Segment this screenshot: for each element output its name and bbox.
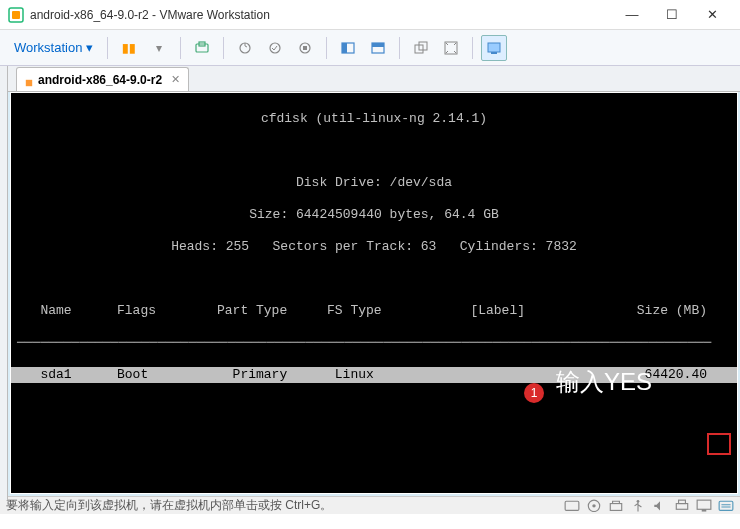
vm-tab-icon — [25, 76, 33, 84]
svg-rect-2 — [196, 44, 208, 52]
device-net-icon[interactable] — [608, 499, 624, 513]
svg-rect-27 — [719, 501, 733, 510]
vm-tabbar: android-x86_64-9.0-r2 ✕ — [0, 66, 740, 92]
left-sidebar-edge[interactable] — [0, 66, 8, 500]
svg-rect-7 — [303, 46, 307, 50]
toolbar-separator — [399, 37, 400, 59]
message-log-icon[interactable] — [718, 499, 734, 513]
device-cd-icon[interactable] — [586, 499, 602, 513]
device-display-icon[interactable] — [696, 499, 712, 513]
fit-window-button[interactable] — [365, 35, 391, 61]
cfdisk-title: cfdisk (util-linux-ng 2.14.1) — [11, 111, 737, 127]
fullscreen-button[interactable] — [438, 35, 464, 61]
main-toolbar: Workstation ▾ ▮▮ ▾ — [0, 30, 740, 66]
svg-rect-16 — [491, 52, 497, 54]
device-sound-icon[interactable] — [652, 499, 668, 513]
device-hdd-icon[interactable] — [564, 499, 580, 513]
dropdown-icon: ▾ — [86, 40, 93, 55]
vm-statusbar: 要将输入定向到该虚拟机，请在虚拟机内部单击或按 Ctrl+G。 — [0, 496, 740, 514]
toolbar-separator — [180, 37, 181, 59]
vm-tab-label: android-x86_64-9.0-r2 — [38, 73, 162, 87]
snapshot-button[interactable] — [232, 35, 258, 61]
disk-geometry-line: Heads: 255 Sectors per Track: 63 Cylinde… — [11, 239, 737, 255]
window-title: android-x86_64-9.0-r2 - VMware Workstati… — [30, 8, 612, 22]
statusbar-hint: 要将输入定向到该虚拟机，请在虚拟机内部单击或按 Ctrl+G。 — [6, 497, 332, 514]
unity-button[interactable] — [408, 35, 434, 61]
svg-rect-23 — [676, 503, 687, 509]
toolbar-separator — [107, 37, 108, 59]
svg-rect-25 — [697, 500, 711, 509]
disk-size-line: Size: 64424509440 bytes, 64.4 GB — [11, 207, 737, 223]
svg-rect-1 — [12, 11, 20, 19]
disk-drive-line: Disk Drive: /dev/sda — [11, 175, 737, 191]
device-usb-icon[interactable] — [630, 499, 646, 513]
svg-rect-18 — [565, 501, 579, 510]
annotation-text: 输入YES — [556, 374, 652, 390]
fit-guest-button[interactable] — [335, 35, 361, 61]
svg-rect-15 — [488, 43, 500, 52]
console-view-button[interactable] — [481, 35, 507, 61]
tab-close-icon[interactable]: ✕ — [171, 73, 180, 86]
annotation-highlight-box — [707, 433, 731, 455]
annotation-badge: 1 — [524, 383, 544, 403]
toolbar-separator — [326, 37, 327, 59]
vm-console[interactable]: cfdisk (util-linux-ng 2.14.1) Disk Drive… — [11, 93, 737, 493]
svg-rect-24 — [679, 500, 686, 503]
send-ctrlaltdel-button[interactable] — [189, 35, 215, 61]
toolbar-separator — [223, 37, 224, 59]
window-titlebar: android-x86_64-9.0-r2 - VMware Workstati… — [0, 0, 740, 30]
close-button[interactable]: ✕ — [692, 0, 732, 30]
power-dropdown[interactable]: ▾ — [146, 35, 172, 61]
workstation-menu-label: Workstation — [14, 40, 82, 55]
device-printer-icon[interactable] — [674, 499, 690, 513]
svg-rect-17 — [26, 79, 32, 85]
svg-rect-21 — [610, 503, 621, 510]
svg-rect-26 — [702, 509, 707, 511]
manage-snapshot-button[interactable] — [292, 35, 318, 61]
revert-snapshot-button[interactable] — [262, 35, 288, 61]
minimize-button[interactable]: — — [612, 0, 652, 30]
app-icon — [8, 7, 24, 23]
pause-button[interactable]: ▮▮ — [116, 35, 142, 61]
partition-header: NameFlagsPart TypeFS Type [Label]Size (M… — [11, 303, 737, 319]
svg-rect-9 — [342, 43, 347, 53]
workstation-menu[interactable]: Workstation ▾ — [8, 36, 99, 59]
svg-point-20 — [592, 504, 595, 507]
vm-tab[interactable]: android-x86_64-9.0-r2 ✕ — [16, 67, 189, 91]
svg-rect-11 — [372, 43, 384, 47]
partition-rule: ────────────────────────────────────────… — [11, 335, 737, 351]
maximize-button[interactable]: ☐ — [652, 0, 692, 30]
toolbar-separator — [472, 37, 473, 59]
svg-point-22 — [637, 500, 640, 503]
